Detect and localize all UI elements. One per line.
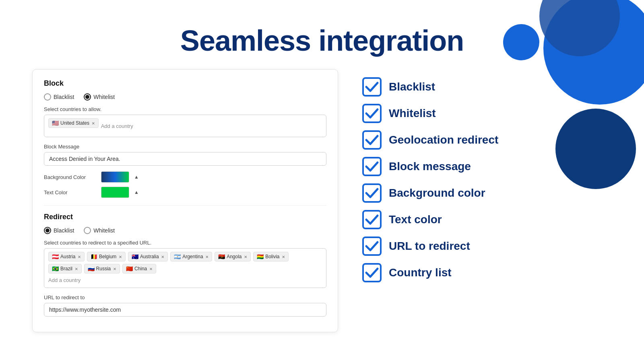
block-blacklist-radio-outer [44, 93, 51, 101]
background-color-arrow[interactable]: ▲ [134, 174, 139, 180]
redirect-blacklist-radio-inner [45, 228, 50, 232]
redirect-add-country[interactable]: Add a country [48, 276, 80, 284]
angola-remove[interactable]: × [244, 254, 248, 260]
redirect-whitelist-radio-outer [84, 227, 91, 234]
checklist-label-text-color: Text color [389, 213, 442, 226]
text-color-arrow[interactable]: ▲ [134, 189, 139, 195]
block-countries-input[interactable]: 🇺🇸 United States × Add a country [44, 115, 326, 137]
country-tag-us: 🇺🇸 United States × [48, 118, 99, 128]
argentina-remove[interactable]: × [206, 254, 209, 260]
austria-remove[interactable]: × [78, 254, 81, 260]
check-icon-url [362, 237, 382, 256]
country-tag-austria: 🇦🇹 Austria × [48, 252, 85, 261]
select-countries-allow-label: Select countries to allow. [44, 106, 326, 112]
us-flag: 🇺🇸 [52, 120, 59, 126]
country-tag-angola: 🇦🇴 Angola × [215, 252, 251, 261]
country-tag-belgium: 🇧🇪 Belgium × [87, 252, 126, 261]
main-layout: Block Blacklist Whitelist Select countri… [0, 69, 644, 332]
check-icon-text-color [362, 210, 382, 229]
checklist-label-background-color: Background color [389, 187, 485, 200]
bolivia-remove[interactable]: × [282, 254, 285, 260]
australia-remove[interactable]: × [161, 254, 165, 260]
block-message-input[interactable] [44, 152, 326, 166]
decorative-circle-bottom [555, 109, 636, 189]
url-input[interactable] [44, 303, 326, 317]
block-whitelist-radio-outer [84, 93, 91, 101]
redirect-countries-input[interactable]: 🇦🇹 Austria × 🇧🇪 Belgium × 🇦🇺 Australia ×… [44, 248, 326, 288]
block-whitelist-radio-inner [85, 95, 89, 99]
background-color-label: Background Color [44, 174, 96, 180]
section-divider [44, 205, 326, 206]
country-tag-australia: 🇦🇺 Australia × [128, 252, 168, 261]
checklist-item-country-list: Country list [362, 263, 612, 282]
block-radio-group: Blacklist Whitelist [44, 93, 326, 101]
check-icon-background-color [362, 183, 382, 203]
redirect-whitelist-label: Whitelist [93, 227, 115, 234]
redirect-blacklist-radio-outer [44, 227, 51, 234]
block-whitelist-radio[interactable]: Whitelist [84, 93, 115, 101]
block-add-country[interactable]: Add a country [101, 122, 133, 130]
redirect-radio-group: Blacklist Whitelist [44, 227, 326, 234]
redirect-section-title: Redirect [44, 213, 326, 221]
background-color-row: Background Color ▲ [44, 171, 326, 183]
check-icon-blacklist [362, 77, 382, 97]
block-message-label: Block Message [44, 144, 326, 150]
background-color-swatch[interactable] [101, 171, 129, 183]
block-blacklist-label: Blacklist [54, 94, 74, 100]
checklist-label-block-message: Block message [389, 160, 471, 173]
checklist-label-geolocation: Geolocation redirect [389, 134, 498, 146]
brazil-remove[interactable]: × [75, 266, 78, 272]
text-color-label: Text Color [44, 189, 96, 195]
country-tag-brazil: 🇧🇷 Brazil × [48, 264, 82, 274]
form-card: Block Blacklist Whitelist Select countri… [32, 69, 338, 332]
redirect-whitelist-radio[interactable]: Whitelist [84, 227, 115, 234]
checklist-item-background-color: Background color [362, 183, 612, 203]
checklist-label-blacklist: Blacklist [389, 80, 435, 93]
check-icon-country-list [362, 263, 382, 282]
checklist-item-url: URL to redirect [362, 237, 612, 256]
country-tag-bolivia: 🇧🇴 Bolivia × [253, 252, 289, 261]
text-color-swatch[interactable] [101, 187, 129, 198]
country-tag-argentina: 🇦🇷 Argentina × [170, 252, 212, 261]
checklist-label-whitelist: Whitelist [389, 107, 436, 120]
redirect-blacklist-radio[interactable]: Blacklist [44, 227, 74, 234]
check-icon-block-message [362, 157, 382, 176]
china-remove[interactable]: × [149, 266, 153, 272]
text-color-row: Text Color ▲ [44, 187, 326, 198]
checklist-label-url: URL to redirect [389, 240, 470, 253]
russia-remove[interactable]: × [113, 266, 116, 272]
country-tag-china: 🇨🇳 China × [122, 264, 156, 274]
url-label: URL to redirect to [44, 294, 326, 300]
country-tag-russia: 🇷🇺 Russia × [84, 264, 120, 274]
check-icon-geolocation [362, 130, 382, 150]
block-whitelist-label: Whitelist [93, 94, 115, 100]
select-countries-redirect-label: Select countries to redirect to a specif… [44, 240, 326, 246]
block-blacklist-radio[interactable]: Blacklist [44, 93, 74, 101]
redirect-countries-tags: 🇦🇹 Austria × 🇧🇪 Belgium × 🇦🇺 Australia ×… [48, 252, 322, 274]
us-remove[interactable]: × [92, 120, 95, 126]
belgium-remove[interactable]: × [119, 254, 122, 260]
block-section-title: Block [44, 79, 326, 88]
checklist-label-country-list: Country list [389, 266, 452, 279]
us-name: United States [60, 120, 89, 126]
checklist-item-text-color: Text color [362, 210, 612, 229]
decorative-circle-small [503, 24, 539, 60]
redirect-blacklist-label: Blacklist [54, 227, 74, 234]
check-icon-whitelist [362, 104, 382, 123]
